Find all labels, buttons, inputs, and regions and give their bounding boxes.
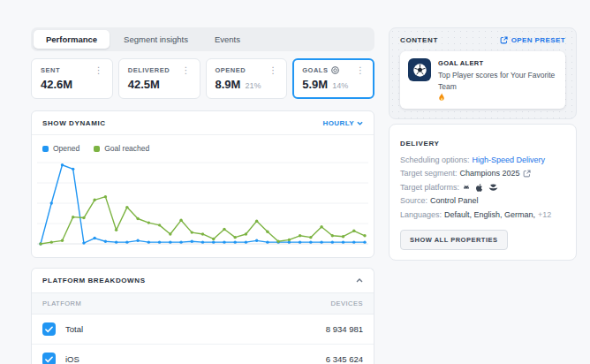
kebab-menu-icon[interactable]: ⋮ <box>181 67 192 74</box>
line-chart <box>37 158 368 250</box>
row-value: 6 345 624 <box>326 354 363 364</box>
prop-scheduling-options: Scheduling options: High-Speed Delivery <box>400 154 565 168</box>
preset-title: GOAL ALERT <box>438 59 572 67</box>
soccer-app-icon <box>408 58 431 81</box>
metric-label: DELIVERED <box>128 66 170 74</box>
metric-value: 8.9M <box>216 78 241 91</box>
platform-breakdowns-card: PLATFORM BREAKDOWNS PLATFORM DEVICES Tot… <box>31 268 374 364</box>
prop-source: Source: Control Panel <box>400 194 565 209</box>
metric-value: 42.6M <box>41 78 72 91</box>
external-link-icon[interactable] <box>523 170 531 178</box>
chart-card-title: SHOW DYNAMIC <box>42 119 106 127</box>
column-platform: PLATFORM <box>42 300 81 307</box>
tab-events[interactable]: Events <box>202 30 253 49</box>
breakdowns-table-header: PLATFORM DEVICES <box>32 292 374 315</box>
delivery-card: DELIVERY Scheduling options: High-Speed … <box>389 124 577 262</box>
metric-value: 42.5M <box>128 78 160 91</box>
tab-bar: Performance Segment insights Events <box>31 27 374 51</box>
metric-card-sent[interactable]: SENT ⋮ 42.6M <box>31 58 113 99</box>
prop-languages: Languages: Default, English, German, +12 <box>400 209 565 223</box>
kebab-menu-icon[interactable]: ⋮ <box>94 67 104 74</box>
legend-item-goal-reached[interactable]: Goal reached <box>94 144 149 153</box>
chevron-down-icon <box>357 121 363 125</box>
checkbox-ios[interactable] <box>42 353 56 364</box>
high-speed-delivery-link[interactable]: High-Speed Delivery <box>473 154 546 168</box>
fire-emoji-icon <box>438 93 445 102</box>
chart-legend: Opened Goal reached <box>32 135 374 155</box>
interval-dropdown[interactable]: HOURLY <box>323 119 363 127</box>
metric-percent: 14% <box>332 81 348 90</box>
delivery-title: DELIVERY <box>400 140 440 148</box>
metric-card-delivered[interactable]: DELIVERED ⋮ 42.5M <box>118 58 200 99</box>
tab-segment-insights[interactable]: Segment insights <box>111 30 200 49</box>
table-row-total: Total 8 934 981 <box>32 315 374 345</box>
preset-text: Top Player scores for Your Favorite Team <box>438 70 572 102</box>
goal-target-icon <box>331 66 339 74</box>
metric-label: OPENED <box>216 66 246 74</box>
kebab-menu-icon[interactable]: ⋮ <box>268 67 278 74</box>
metric-value: 5.9M <box>302 78 328 91</box>
metric-card-goals[interactable]: GOALS ⋮ 5.9M 14% <box>292 58 374 99</box>
row-label: iOS <box>65 354 316 364</box>
content-title: CONTENT <box>400 36 438 44</box>
goal-alert-preset-card[interactable]: GOAL ALERT Top Player scores for Your Fa… <box>400 51 565 109</box>
legend-item-opened[interactable]: Opened <box>42 144 79 153</box>
checkbox-total[interactable] <box>42 322 56 336</box>
row-label: Total <box>65 324 316 334</box>
show-all-properties-button[interactable]: SHOW ALL PROPERTIES <box>400 230 508 250</box>
tab-performance[interactable]: Performance <box>34 30 110 49</box>
huawei-icon <box>488 184 498 192</box>
side-panel: CONTENT OPEN PRESET GOAL ALERT Top Playe… <box>389 27 577 261</box>
column-devices: DEVICES <box>331 300 363 307</box>
metric-label: SENT <box>41 66 60 74</box>
metric-label: GOALS <box>302 66 328 74</box>
open-preset-link[interactable]: OPEN PRESET <box>500 36 565 44</box>
kebab-menu-icon[interactable]: ⋮ <box>355 67 366 74</box>
legend-swatch-opened <box>42 146 49 152</box>
dynamic-chart-card: SHOW DYNAMIC HOURLY Opened Goal reached <box>31 110 374 258</box>
metric-percent: 21% <box>245 81 261 90</box>
row-value: 8 934 981 <box>326 324 363 334</box>
prop-target-segment: Target segment: Champions 2025 <box>400 167 565 181</box>
languages-more-count[interactable]: +12 <box>538 209 551 223</box>
metrics-row: SENT ⋮ 42.6M DELIVERED ⋮ 42.5M OPENED ⋮ <box>31 58 374 99</box>
prop-target-platforms: Target platforms: <box>400 181 565 195</box>
apple-icon <box>475 183 484 193</box>
legend-swatch-goal-reached <box>94 146 100 152</box>
external-link-icon <box>500 36 508 44</box>
table-row-ios: iOS 6 345 624 <box>32 345 374 364</box>
breakdowns-title: PLATFORM BREAKDOWNS <box>42 277 146 284</box>
collapse-chevron-up-icon[interactable] <box>356 278 363 283</box>
main-column: Performance Segment insights Events SENT… <box>31 27 374 364</box>
content-card: CONTENT OPEN PRESET GOAL ALERT Top Playe… <box>389 27 577 119</box>
metric-card-opened[interactable]: OPENED ⋮ 8.9M 21% <box>206 58 288 99</box>
android-icon <box>462 183 471 192</box>
